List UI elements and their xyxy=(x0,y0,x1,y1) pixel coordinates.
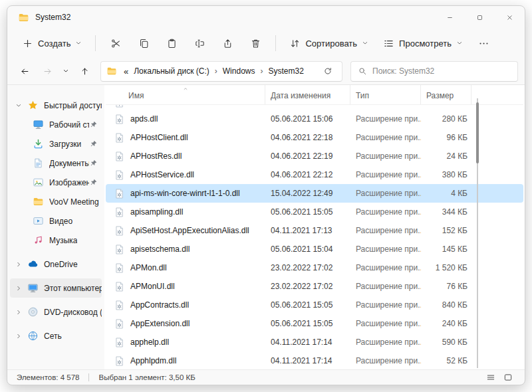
file-row[interactable]: AppContracts.dll05.06.2021 15:05Расширен… xyxy=(106,296,523,314)
chevron-down-icon[interactable] xyxy=(15,102,27,109)
chevron-right-icon[interactable] xyxy=(15,285,27,292)
sidebar-item[interactable]: Рабочий стол xyxy=(10,115,102,134)
sidebar-item[interactable]: Этот компьютер xyxy=(10,278,102,298)
dll-file-icon xyxy=(114,318,125,330)
downloads-icon xyxy=(33,138,44,149)
large-icons-view-button[interactable] xyxy=(500,371,515,384)
file-type: Расширение при... xyxy=(350,114,421,124)
file-name: apisetschema.dll xyxy=(130,245,190,254)
pin-icon xyxy=(89,120,98,129)
scrollbar-thumb[interactable] xyxy=(476,102,479,163)
sidebar-item[interactable]: VooV Meeting xyxy=(10,192,102,211)
paste-button[interactable] xyxy=(158,32,185,54)
breadcrumb-item[interactable]: System32 xyxy=(265,64,307,78)
breadcrumb-item[interactable]: Локальный диск (C:) xyxy=(130,64,213,78)
close-button[interactable] xyxy=(495,6,525,29)
vertical-scrollbar[interactable] xyxy=(473,98,482,368)
view-icon xyxy=(383,38,394,49)
sidebar-item[interactable]: Изображения xyxy=(10,173,102,192)
file-row[interactable]: APHostRes.dll04.06.2021 22:19Расширение … xyxy=(106,147,523,165)
sidebar-item[interactable]: Документы xyxy=(10,153,102,173)
dll-file-icon xyxy=(114,355,125,367)
column-header-date[interactable]: Дата изменения xyxy=(265,85,350,104)
network-icon xyxy=(27,330,39,342)
sidebar-item[interactable]: Загрузки xyxy=(10,134,102,153)
details-view-button[interactable] xyxy=(483,371,498,384)
file-size: 590 КБ xyxy=(421,338,471,347)
file-size: 52 КБ xyxy=(421,356,471,365)
sidebar-item-label: Быстрый доступ xyxy=(44,101,102,110)
title-bar[interactable]: System32 xyxy=(7,6,525,29)
file-date-modified: 04.11.2021 17:14 xyxy=(265,338,350,347)
file-row[interactable]: AppExtension.dll05.06.2021 15:05Расширен… xyxy=(106,314,523,333)
cut-button[interactable] xyxy=(102,32,129,54)
maximize-button[interactable] xyxy=(465,6,495,29)
file-row[interactable]: apds.dll05.06.2021 15:06Расширение при..… xyxy=(106,110,523,128)
sidebar-item-label: DVD-дисковод (D:) xyxy=(44,308,102,317)
column-header-type[interactable]: Тип xyxy=(350,85,421,104)
paste-icon xyxy=(166,38,178,49)
forward-button[interactable] xyxy=(37,60,58,82)
rename-button[interactable] xyxy=(186,32,213,54)
column-header-name[interactable]: Имя xyxy=(106,85,265,104)
back-button[interactable] xyxy=(14,60,35,82)
pin-icon xyxy=(89,159,98,167)
file-row[interactable]: APMon.dll23.02.2022 17:02Расширение при.… xyxy=(106,258,523,277)
view-button[interactable]: Просмотреть xyxy=(376,32,469,54)
recent-locations-button[interactable] xyxy=(59,60,72,82)
address-bar[interactable]: « Локальный диск (C:)›Windows›System32 xyxy=(100,61,342,82)
file-row[interactable]: apisampling.dll05.06.2021 15:05Расширени… xyxy=(106,203,523,221)
sidebar-item[interactable]: Сеть xyxy=(10,326,102,345)
desktop-icon xyxy=(33,119,44,130)
sidebar-item[interactable]: Видео xyxy=(10,211,102,231)
sidebar-item[interactable]: DVD-дисковод (D:) xyxy=(10,302,102,322)
file-type: Расширение при... xyxy=(350,133,421,142)
file-size: 152 КБ xyxy=(421,226,471,235)
column-header-label: Дата изменения xyxy=(271,91,331,100)
file-row[interactable]: api-ms-win-core-winrt-l1-1-0.dll15.04.20… xyxy=(106,184,523,203)
file-row[interactable]: APMonUI.dll23.02.2022 17:02Расширение пр… xyxy=(106,277,523,296)
sort-button[interactable]: Сортировать xyxy=(283,32,375,54)
chevron-right-icon[interactable] xyxy=(15,261,27,268)
sidebar-item-label: Рабочий стол xyxy=(49,120,89,130)
file-date-modified: 04.06.2021 22:19 xyxy=(265,151,350,161)
file-row[interactable]: ApiSetHost.AppExecutionAlias.dll04.11.20… xyxy=(106,221,523,240)
new-button-label: Создать xyxy=(38,39,70,49)
minimize-button[interactable] xyxy=(435,6,465,29)
chevron-right-icon[interactable] xyxy=(15,333,27,340)
delete-button[interactable] xyxy=(242,32,269,54)
share-button[interactable] xyxy=(214,32,241,54)
sidebar-item[interactable]: Быстрый доступ xyxy=(10,96,102,115)
file-row[interactable]: APHostService.dll04.06.2021 22:12Расшире… xyxy=(106,165,523,184)
search-input[interactable] xyxy=(372,66,511,76)
breadcrumb-item[interactable]: Windows xyxy=(219,64,259,78)
file-row-partial[interactable] xyxy=(106,105,523,110)
file-name: APMonUI.dll xyxy=(130,282,175,291)
sidebar-item-label: Сеть xyxy=(44,332,62,341)
sidebar-item[interactable]: Музыка xyxy=(10,231,102,250)
search-box[interactable] xyxy=(350,61,518,82)
documents-icon xyxy=(33,157,44,169)
file-row[interactable]: apphelp.dll04.11.2021 17:14Расширение пр… xyxy=(106,333,523,351)
sidebar-item-label: OneDrive xyxy=(44,260,78,269)
copy-button[interactable] xyxy=(130,32,157,54)
file-row[interactable]: apisetschema.dll05.06.2021 15:04Расширен… xyxy=(106,240,523,258)
videos-icon xyxy=(33,215,44,227)
main-area: Быстрый доступРабочий столЗагрузкиДокуме… xyxy=(7,85,525,369)
file-name: APHostClient.dll xyxy=(130,133,188,142)
sidebar-item-label: Документы xyxy=(49,159,89,168)
breadcrumb-overflow[interactable]: « xyxy=(122,66,130,76)
file-row[interactable]: Apphlpdm.dll04.11.2021 17:14Расширение п… xyxy=(106,351,523,369)
refresh-button[interactable] xyxy=(319,62,336,80)
view-toggle-buttons xyxy=(483,371,515,384)
more-button[interactable] xyxy=(471,32,497,54)
column-header-size[interactable]: Размер xyxy=(421,85,471,104)
file-type: Расширение при... xyxy=(350,207,421,217)
sidebar-item[interactable]: OneDrive xyxy=(10,254,102,274)
file-name: ApiSetHost.AppExecutionAlias.dll xyxy=(130,226,249,235)
new-button[interactable]: Создать xyxy=(15,32,88,54)
up-button[interactable] xyxy=(74,60,95,82)
file-row[interactable]: APHostClient.dll04.06.2021 22:18Расширен… xyxy=(106,128,523,147)
chevron-right-icon[interactable] xyxy=(15,309,27,316)
chevron-placeholder xyxy=(21,199,33,205)
